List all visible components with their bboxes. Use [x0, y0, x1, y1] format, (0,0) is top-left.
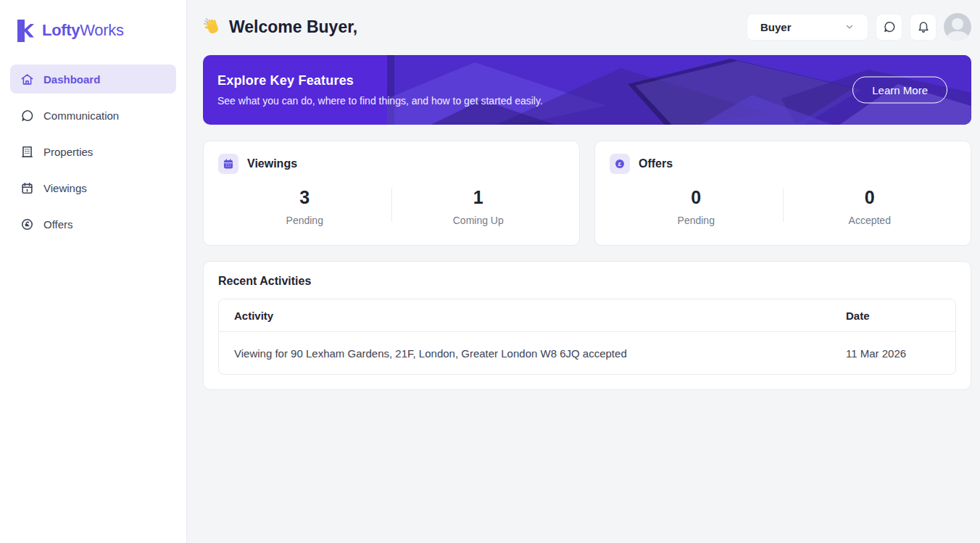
avatar-head-shape [952, 18, 963, 30]
chevron-down-icon [844, 22, 855, 32]
viewings-card: Viewings 3 Pending 1 Coming Up [203, 141, 580, 246]
offers-card: £ Offers 0 Pending 0 Accepted [594, 141, 971, 246]
sidebar-item-dashboard[interactable]: Dashboard [10, 65, 176, 94]
activity-cell: Viewing for 90 Lexham Gardens, 21F, Lond… [219, 347, 831, 360]
card-title: Offers [639, 157, 673, 170]
sidebar-item-properties[interactable]: Properties [10, 137, 176, 166]
stat-label: Accepted [784, 215, 957, 226]
column-header-date: Date [831, 310, 955, 322]
recent-activities-title: Recent Activities [218, 275, 956, 288]
sidebar-item-label: Communication [43, 109, 119, 122]
stat-pending: 0 Pending [610, 187, 783, 226]
banner-title: Explore Key Features [217, 73, 543, 88]
brand-name-light: Works [80, 21, 123, 39]
greeting-text: Welcome Buyer, [229, 17, 357, 37]
date-cell: 11 Mar 2026 [831, 347, 955, 360]
banner-copy: Explore Key Features See what you can do… [203, 73, 543, 107]
viewings-stats: 3 Pending 1 Coming Up [218, 187, 565, 226]
topbar: Welcome Buyer, Buyer [203, 12, 971, 41]
page-title: Welcome Buyer, [203, 17, 357, 37]
viewings-card-header: Viewings [218, 154, 565, 174]
stat-value: 1 [392, 187, 565, 208]
card-title: Viewings [247, 157, 297, 170]
recent-activities-card: Recent Activities Activity Date Viewing … [203, 261, 971, 390]
avatar[interactable] [944, 13, 971, 41]
brand-logo[interactable]: LoftyWorks [10, 17, 176, 43]
chat-bubble-icon [883, 20, 896, 33]
home-icon [20, 72, 34, 86]
stat-value: 0 [784, 187, 957, 208]
offers-card-header: £ Offers [610, 154, 956, 174]
role-dropdown[interactable]: Buyer [747, 14, 868, 41]
avatar-torso-shape [946, 31, 969, 41]
sidebar-item-label: Viewings [43, 182, 87, 194]
stat-accepted: 0 Accepted [784, 187, 957, 226]
svg-text:£: £ [618, 161, 622, 167]
main-content: Welcome Buyer, Buyer [187, 0, 980, 543]
stat-value: 3 [218, 187, 391, 208]
stat-label: Pending [610, 215, 783, 226]
brand-name: LoftyWorks [42, 21, 124, 40]
learn-more-button[interactable]: Learn More [852, 77, 947, 104]
topbar-actions: Buyer [747, 13, 971, 41]
loftyworks-logo-icon [16, 20, 36, 42]
sidebar: LoftyWorks Dashboard Communication Prope… [0, 0, 187, 543]
stat-pending: 3 Pending [218, 187, 391, 226]
sidebar-item-viewings[interactable]: Viewings [10, 173, 176, 202]
offers-stats: 0 Pending 0 Accepted [610, 187, 956, 226]
bell-icon [917, 20, 930, 33]
sidebar-item-label: Properties [43, 146, 93, 158]
building-icon [20, 145, 34, 159]
table-row[interactable]: Viewing for 90 Lexham Gardens, 21F, Lond… [219, 332, 955, 374]
feature-banner: Explore Key Features See what you can do… [203, 55, 971, 125]
stat-cards-row: Viewings 3 Pending 1 Coming Up £ Offers [203, 141, 971, 246]
banner-subtitle: See what you can do, where to find thing… [217, 95, 543, 107]
notifications-button[interactable] [910, 14, 937, 41]
sidebar-item-label: Dashboard [43, 73, 100, 86]
activities-table-header: Activity Date [219, 299, 955, 332]
messages-button[interactable] [876, 14, 902, 41]
stat-label: Pending [218, 215, 391, 226]
pound-circle-icon: £ [610, 154, 630, 174]
stat-coming-up: 1 Coming Up [392, 187, 565, 226]
wave-icon [203, 17, 222, 36]
activities-table: Activity Date Viewing for 90 Lexham Gard… [218, 299, 956, 375]
pound-circle-icon [20, 217, 34, 231]
sidebar-nav: Dashboard Communication Properties Viewi… [10, 65, 176, 239]
sidebar-item-label: Offers [43, 218, 73, 231]
sidebar-item-offers[interactable]: Offers [10, 210, 176, 239]
sidebar-item-communication[interactable]: Communication [10, 101, 176, 130]
chat-bubble-icon [20, 109, 34, 123]
calendar-icon [20, 181, 34, 195]
column-header-activity: Activity [219, 310, 831, 322]
stat-value: 0 [610, 187, 783, 208]
stat-label: Coming Up [392, 215, 565, 226]
role-dropdown-value: Buyer [760, 21, 792, 33]
brand-name-bold: Lofty [42, 21, 80, 39]
calendar-icon [218, 154, 238, 174]
